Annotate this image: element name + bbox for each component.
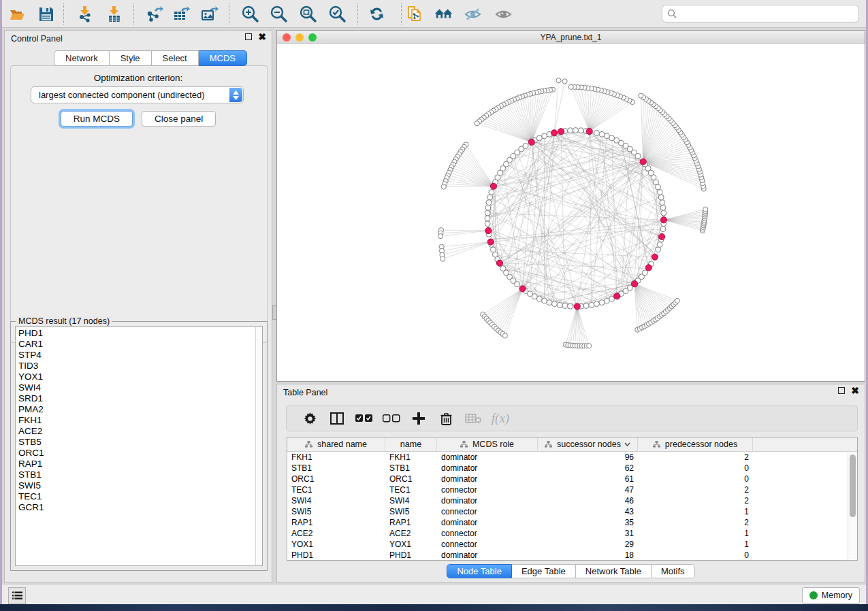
table-row[interactable]: YOX1YOX1connector291 xyxy=(287,539,848,550)
table-row[interactable]: RAP1RAP1dominator352 xyxy=(287,517,848,528)
criterion-select[interactable]: largest connected component (undirected) xyxy=(31,86,244,103)
zoom-in-icon[interactable] xyxy=(241,5,259,23)
close-panel-button[interactable]: Close panel xyxy=(142,111,216,127)
result-list-item[interactable]: SWI5 xyxy=(18,480,255,491)
column-header-name[interactable]: name xyxy=(385,437,437,451)
column-header-successor-nodes[interactable]: successor nodes xyxy=(538,437,638,451)
result-list-item[interactable]: SWI4 xyxy=(18,382,255,393)
table-cell: SWI4 xyxy=(385,495,437,506)
result-list-item[interactable]: STB5 xyxy=(18,437,255,448)
delete-column-icon[interactable] xyxy=(432,412,460,425)
show-all-icon[interactable] xyxy=(494,5,513,23)
result-list-item[interactable]: YOX1 xyxy=(18,371,255,382)
table-cell: 1 xyxy=(638,539,753,550)
table-cell: connector xyxy=(437,484,538,495)
tab-edge-table[interactable]: Edge Table xyxy=(512,564,576,578)
table-toolbar: f(x) xyxy=(286,406,858,431)
tab-node-table[interactable]: Node Table xyxy=(447,564,512,578)
table-row[interactable]: FKH1FKH1dominator962 xyxy=(287,452,848,463)
zoom-fit-icon[interactable] xyxy=(299,5,317,23)
select-all-icon[interactable] xyxy=(351,414,378,423)
table-cell: 96 xyxy=(538,452,638,463)
table-cell: PHD1 xyxy=(287,550,385,560)
result-list-item[interactable]: GCR1 xyxy=(18,502,255,513)
table-cell: 2 xyxy=(638,484,753,495)
table-cell: SWI5 xyxy=(385,506,437,517)
tab-select[interactable]: Select xyxy=(152,50,199,66)
table-row[interactable]: STB1STB1dominator620 xyxy=(287,463,848,474)
table-cell: 29 xyxy=(538,539,638,550)
zoom-selected-icon[interactable] xyxy=(328,5,347,23)
table-cell: connector xyxy=(437,528,538,539)
network-view[interactable] xyxy=(277,44,865,381)
save-icon[interactable] xyxy=(37,5,55,23)
result-list-item[interactable]: ACE2 xyxy=(18,426,255,437)
import-network-icon[interactable] xyxy=(76,5,94,23)
float-table-panel-icon[interactable] xyxy=(838,387,845,394)
first-neighbors-icon[interactable] xyxy=(434,5,453,23)
network-window-titlebar[interactable]: YPA_prune.txt_1 xyxy=(277,31,865,44)
table-cell: 18 xyxy=(538,550,638,560)
result-list-item[interactable]: TID3 xyxy=(18,361,255,371)
tab-style[interactable]: Style xyxy=(110,50,152,66)
refresh-icon[interactable] xyxy=(368,5,386,23)
result-list-item[interactable]: ORC1 xyxy=(18,448,255,459)
open-icon[interactable] xyxy=(7,5,26,23)
mcds-result-list[interactable]: PHD1CAR1STP4TID3YOX1SWI4SRD1PMA2FKH1ACE2… xyxy=(15,326,255,566)
column-header-shared-name[interactable]: shared name xyxy=(287,437,385,451)
close-panel-icon[interactable]: ✖ xyxy=(258,33,266,40)
show-columns-icon[interactable] xyxy=(323,412,351,425)
table-row[interactable]: ACE2ACE2connector311 xyxy=(287,528,848,539)
run-mcds-button[interactable]: Run MCDS xyxy=(61,111,133,127)
table-row[interactable]: SWI5SWI5connector431 xyxy=(287,506,848,517)
export-table-icon[interactable] xyxy=(172,5,191,23)
control-panel-tabs: Network Style Select MCDS xyxy=(54,50,247,66)
tab-network-table[interactable]: Network Table xyxy=(576,564,652,578)
result-list-item[interactable]: PHD1 xyxy=(18,328,255,339)
add-column-icon[interactable] xyxy=(405,412,432,425)
table-settings-icon[interactable] xyxy=(296,412,323,425)
duplicate-network-icon[interactable] xyxy=(405,5,423,23)
zoom-out-icon[interactable] xyxy=(270,5,288,23)
import-table-icon[interactable] xyxy=(105,5,123,23)
table-cell: 0 xyxy=(638,474,753,484)
result-list-item[interactable]: TEC1 xyxy=(18,491,255,502)
table-row[interactable]: PHD1PHD1dominator180 xyxy=(287,550,848,560)
result-list-item[interactable]: FKH1 xyxy=(18,415,255,426)
deselect-all-icon[interactable] xyxy=(378,414,405,423)
result-list-item[interactable]: CAR1 xyxy=(18,339,255,350)
table-cell: RAP1 xyxy=(287,517,385,528)
result-list-item[interactable]: PMA2 xyxy=(18,404,255,415)
column-header-predecessor-nodes[interactable]: predecessor nodes xyxy=(638,437,753,451)
float-panel-icon[interactable] xyxy=(245,33,252,40)
memory-button[interactable]: Memory xyxy=(802,587,860,604)
table-row[interactable]: ORC1ORC1dominator610 xyxy=(287,474,848,484)
export-image-icon[interactable] xyxy=(200,5,219,23)
tab-motifs[interactable]: Motifs xyxy=(652,564,695,578)
tab-network[interactable]: Network xyxy=(54,50,110,66)
status-menu-icon[interactable] xyxy=(8,587,26,604)
node-table: shared namenameMCDS rolesuccessor nodesp… xyxy=(287,437,858,561)
table-cell: TEC1 xyxy=(287,484,385,495)
result-list-item[interactable]: STP4 xyxy=(18,350,255,361)
result-list-scrollbar[interactable] xyxy=(255,326,263,566)
close-table-panel-icon[interactable]: ✖ xyxy=(851,387,859,394)
result-list-item[interactable]: STB1 xyxy=(18,469,255,480)
result-list-item[interactable]: SRD1 xyxy=(18,393,255,404)
table-cell: STB1 xyxy=(287,463,385,474)
table-row[interactable]: SWI4SWI4dominator462 xyxy=(287,495,848,506)
result-list-item[interactable]: RAP1 xyxy=(18,459,255,469)
table-cell: 62 xyxy=(538,463,638,474)
tab-mcds[interactable]: MCDS xyxy=(199,50,247,66)
search-field[interactable] xyxy=(680,9,858,19)
export-network-icon[interactable] xyxy=(145,5,163,23)
hide-selected-icon[interactable] xyxy=(464,5,482,23)
table-cell: 0 xyxy=(638,463,753,474)
criterion-value: largest connected component (undirected) xyxy=(39,90,205,100)
column-header-MCDS-role[interactable]: MCDS role xyxy=(437,437,538,451)
table-scrollbar[interactable] xyxy=(848,452,857,560)
table-row[interactable]: TEC1TEC1connector472 xyxy=(287,484,848,495)
table-cell: ACE2 xyxy=(287,528,385,539)
table-cell: YOX1 xyxy=(287,539,385,550)
search-input[interactable] xyxy=(662,5,859,22)
